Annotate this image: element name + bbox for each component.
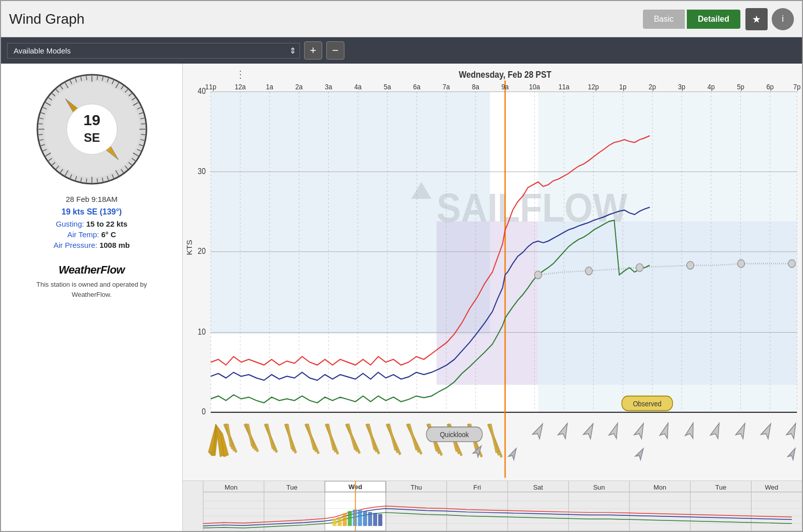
svg-text:Mon: Mon bbox=[654, 484, 666, 491]
svg-rect-238 bbox=[348, 511, 352, 526]
station-info: 28 Feb 9:18AM 19 kts SE (139°) Gusting: … bbox=[9, 195, 174, 251]
svg-point-132 bbox=[585, 267, 592, 275]
air-pressure-row: Air Pressure: 1008 mb bbox=[9, 241, 174, 249]
svg-text:4p: 4p bbox=[708, 83, 715, 91]
svg-text:Wednesday, Feb 28 PST: Wednesday, Feb 28 PST bbox=[459, 70, 551, 80]
air-temp-row: Air Temp: 6° C bbox=[9, 230, 174, 239]
header: Wind Graph Basic Detailed ★ i bbox=[1, 1, 802, 37]
provider-info: WeatherFlow This station is owned and op… bbox=[36, 263, 147, 299]
svg-text:11p: 11p bbox=[205, 83, 216, 91]
svg-line-31 bbox=[97, 178, 97, 182]
svg-text:Sat: Sat bbox=[533, 484, 543, 491]
air-temp-value: 6° C bbox=[101, 230, 116, 239]
air-temp-label: Air Temp: bbox=[67, 230, 99, 239]
svg-text:Sun: Sun bbox=[593, 484, 605, 491]
svg-line-18 bbox=[141, 134, 145, 135]
svg-text:Tue: Tue bbox=[715, 484, 726, 491]
svg-text:Mon: Mon bbox=[225, 484, 237, 491]
svg-rect-240 bbox=[358, 510, 362, 526]
svg-text:SE: SE bbox=[83, 131, 99, 144]
svg-point-136 bbox=[788, 259, 795, 268]
svg-rect-244 bbox=[378, 514, 382, 526]
svg-rect-242 bbox=[368, 512, 372, 526]
svg-text:Wed: Wed bbox=[765, 484, 778, 491]
svg-text:2p: 2p bbox=[648, 83, 656, 91]
svg-text:KTS: KTS bbox=[186, 240, 193, 255]
svg-text:9a: 9a bbox=[501, 83, 509, 91]
svg-line-33 bbox=[86, 178, 86, 182]
svg-text:Observed: Observed bbox=[633, 400, 662, 408]
chart-area[interactable]: SAILFLOW bbox=[183, 64, 802, 481]
svg-text:Fri: Fri bbox=[473, 484, 481, 491]
svg-text:1p: 1p bbox=[619, 83, 627, 91]
svg-text:30: 30 bbox=[198, 167, 206, 176]
svg-line-3 bbox=[97, 76, 97, 80]
air-pressure-value: 1008 mb bbox=[99, 241, 130, 249]
gusting-row: Gusting: 15 to 22 kts bbox=[9, 220, 174, 228]
model-select[interactable]: Available Models bbox=[7, 43, 300, 59]
air-pressure-label: Air Pressure: bbox=[54, 241, 97, 249]
main-content: 19 SE 28 Feb 9:18AM 19 kts SE (139°) Gus… bbox=[1, 64, 802, 531]
timeline-bar[interactable]: Mon Tue Wed Thu Fri Sat bbox=[183, 481, 802, 531]
svg-line-16 bbox=[141, 124, 145, 124]
wind-chart-svg: SAILFLOW bbox=[183, 64, 802, 481]
left-panel: 19 SE 28 Feb 9:18AM 19 kts SE (139°) Gus… bbox=[1, 64, 183, 531]
svg-text:⋮: ⋮ bbox=[236, 69, 245, 80]
svg-text:12a: 12a bbox=[235, 83, 246, 91]
svg-text:7p: 7p bbox=[793, 83, 801, 91]
model-select-wrapper: Available Models bbox=[7, 43, 300, 59]
svg-rect-70 bbox=[436, 222, 538, 385]
svg-text:5p: 5p bbox=[737, 83, 744, 91]
svg-text:4a: 4a bbox=[354, 83, 362, 91]
svg-line-61 bbox=[86, 76, 86, 80]
svg-text:11a: 11a bbox=[559, 83, 570, 91]
provider-subtext: This station is owned and operated byWea… bbox=[36, 280, 147, 299]
wind-summary: 19 kts SE (139°) bbox=[9, 207, 174, 217]
svg-text:20: 20 bbox=[198, 247, 206, 256]
svg-text:10: 10 bbox=[198, 328, 206, 336]
info-button[interactable]: i bbox=[772, 8, 794, 30]
svg-text:7a: 7a bbox=[442, 83, 450, 91]
svg-rect-72 bbox=[538, 222, 797, 385]
svg-text:0: 0 bbox=[202, 408, 206, 416]
svg-text:3a: 3a bbox=[325, 83, 332, 91]
datetime-label: 28 Feb 9:18AM bbox=[9, 195, 174, 203]
svg-text:Quicklook: Quicklook bbox=[440, 431, 469, 439]
svg-text:3p: 3p bbox=[678, 83, 686, 91]
svg-text:Thu: Thu bbox=[411, 484, 422, 491]
provider-logo: WeatherFlow bbox=[36, 263, 147, 277]
gusting-label: Gusting: bbox=[56, 220, 84, 228]
svg-text:10a: 10a bbox=[529, 83, 540, 91]
svg-line-46 bbox=[38, 134, 42, 135]
svg-point-134 bbox=[687, 261, 694, 270]
page-title: Wind Graph bbox=[9, 11, 84, 27]
svg-text:1a: 1a bbox=[266, 83, 274, 91]
svg-point-133 bbox=[636, 263, 643, 272]
svg-rect-241 bbox=[363, 511, 367, 526]
svg-text:2a: 2a bbox=[295, 83, 303, 91]
svg-rect-239 bbox=[353, 509, 357, 526]
wind-compass: 19 SE bbox=[36, 74, 147, 185]
svg-rect-243 bbox=[373, 513, 377, 526]
toolbar: Available Models + − bbox=[1, 37, 802, 64]
svg-text:40: 40 bbox=[198, 87, 206, 96]
svg-rect-235 bbox=[332, 518, 336, 526]
svg-text:6a: 6a bbox=[413, 83, 421, 91]
svg-text:SAILFLOW: SAILFLOW bbox=[436, 185, 628, 230]
svg-rect-236 bbox=[338, 517, 342, 526]
svg-text:19: 19 bbox=[83, 112, 100, 128]
timeline-svg: Mon Tue Wed Thu Fri Sat bbox=[183, 481, 802, 531]
svg-line-48 bbox=[38, 124, 42, 124]
zoom-in-button[interactable]: + bbox=[304, 41, 322, 60]
header-controls: Basic Detailed ★ i bbox=[643, 8, 794, 30]
basic-button[interactable]: Basic bbox=[643, 10, 685, 29]
app-container: Wind Graph Basic Detailed ★ i Available … bbox=[0, 0, 803, 532]
detailed-button[interactable]: Detailed bbox=[687, 10, 740, 29]
zoom-out-button[interactable]: − bbox=[326, 41, 344, 60]
svg-text:Tue: Tue bbox=[286, 484, 297, 491]
svg-text:12p: 12p bbox=[588, 83, 599, 91]
favorite-button[interactable]: ★ bbox=[745, 8, 768, 30]
svg-text:6p: 6p bbox=[766, 83, 774, 91]
gusting-value: 15 to 22 kts bbox=[86, 220, 128, 228]
svg-text:5a: 5a bbox=[384, 83, 391, 91]
